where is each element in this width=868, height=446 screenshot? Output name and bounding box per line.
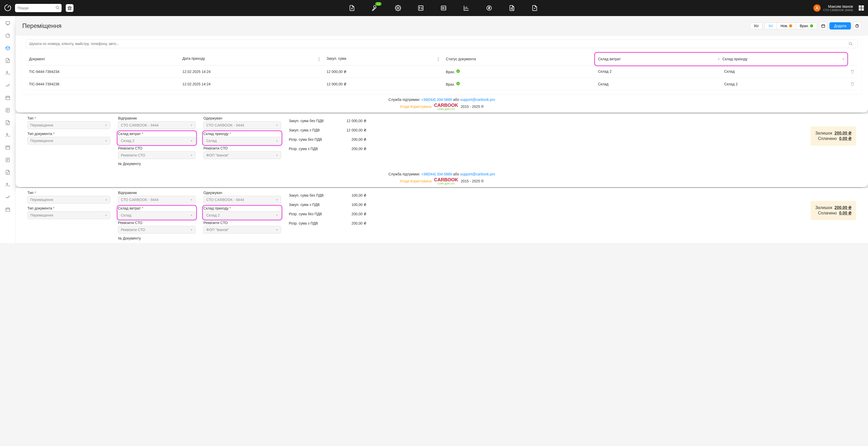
sidebar-calendar2-icon[interactable] [5,145,10,150]
sidebar-calendar-icon[interactable] [5,95,10,100]
table-row[interactable]: TIC-9444-7394234 12.02.2025 14:24 12 000… [26,65,858,78]
sidebar-report2-icon[interactable] [5,157,10,162]
sidebar-gauge-icon[interactable] [5,33,10,38]
wareout-select[interactable]: Склад▼ [118,211,196,219]
sidebar-invoice2-icon[interactable] [5,120,10,125]
balance-box: Залишок 200,00 ₴ Сплачено 0,00 ₴ [810,201,856,220]
gear-icon[interactable] [395,5,401,11]
chevron-down-icon: ▼ [190,228,193,231]
type-select[interactable]: Переміщення▼ [27,196,110,203]
cell-status: Врах. [443,65,595,78]
chevron-down-icon: ▼ [190,214,193,217]
sliders-icon[interactable] [418,5,424,11]
add-button[interactable]: Додати [830,22,851,30]
client-icon[interactable] [440,5,447,11]
chevron-down-icon: ▼ [276,124,278,127]
money-icon[interactable] [486,5,492,11]
support-email[interactable]: support@carbook.pro [460,98,495,102]
warein-value: Склад [206,139,217,143]
global-search[interactable] [15,4,62,12]
chevron-down-icon: ▼ [105,214,107,217]
table-search-input[interactable] [26,39,848,48]
sidebar-people3-icon[interactable] [5,182,10,187]
warein-label: Склад приходу [204,206,228,210]
agreement-link[interactable]: Угода Користувача [400,104,431,109]
sender-select[interactable]: СТО CARBOOK - 9444▼ [118,196,196,203]
doc-search-icon[interactable] [509,5,515,11]
wareout-value: Склад 2 [121,139,134,143]
filter-all2-button[interactable]: Усі [765,23,777,29]
wareout-select[interactable]: Склад 2▼ [118,137,196,145]
support-phone[interactable]: +38(044) 334-5889 [421,98,452,102]
sidebar [0,16,16,243]
support-email[interactable]: support@carbook.pro [460,172,495,176]
help-button[interactable] [853,22,861,30]
support-phone[interactable]: +38(044) 334-5889 [421,172,452,176]
sidebar-trend-icon[interactable] [5,83,10,88]
svg-rect-18 [822,25,825,27]
svg-point-10 [6,71,8,73]
receiver-select[interactable]: СТО CARBOOK - 9444▼ [204,196,281,203]
col-status[interactable]: Статус документа [443,53,595,65]
filter-icon[interactable]: ▾ [842,57,844,61]
support-label: Служба підтримки: [389,98,421,102]
search-input[interactable] [15,4,62,12]
calendar-button[interactable] [819,22,827,30]
search-icon [55,5,60,9]
sidebar-monitor-icon[interactable] [5,21,10,26]
req2-select[interactable]: ФОП "Іванов"▼ [204,226,281,233]
col-doc-text: Документ [29,57,45,61]
sidebar-people2-icon[interactable] [5,132,10,138]
sidebar-trend2-icon[interactable] [5,195,10,200]
doctype-select[interactable]: Переміщення▼ [27,211,110,219]
type-label: Тип [27,191,33,195]
sidebar-report-icon[interactable] [5,107,10,113]
warein-select[interactable]: Склад▼ [204,137,281,145]
sidebar-calendar3-icon[interactable] [5,207,10,212]
chart-icon[interactable] [463,5,469,11]
check-icon [456,82,460,86]
sidebar-invoice3-icon[interactable] [5,170,10,175]
req-select[interactable]: Реквізити СТО▼ [118,151,196,159]
receiver-select[interactable]: СТО CARBOOK - 9444▼ [204,121,281,129]
chevron-down-icon: ▼ [276,198,278,201]
sidebar-invoice-icon[interactable] [5,58,10,63]
req2-select[interactable]: ФОП "Іванов"▼ [204,151,281,159]
logo-gauge-icon[interactable] [4,4,12,12]
sum4-label: Розр. сума з ПДВ [289,147,318,151]
apps-icon[interactable] [859,5,864,10]
col-doc[interactable]: Документ [26,53,179,65]
warein-select[interactable]: Склад 2▼ [204,211,281,219]
table-row[interactable]: TIC-9444-7394236 12.02.2025 14:24 12 000… [26,78,858,90]
doctype-select[interactable]: Переміщення▼ [27,137,110,145]
type-select[interactable]: Переміщення▼ [27,121,110,129]
user-area[interactable]: Максим Іванов СТО CARBOOK (9444) [813,4,864,12]
sidebar-box-icon[interactable] [5,45,10,51]
trash-icon[interactable] [850,70,855,74]
filter-icon[interactable]: ▾ [718,57,720,61]
cell-wareout: Склад 2 [595,65,721,78]
trash-icon[interactable] [850,82,855,86]
sender-select[interactable]: СТО CARBOOK - 9444▼ [118,121,196,129]
filter-all-button[interactable]: Усі [750,23,763,29]
table-search-button[interactable] [848,39,858,48]
sort-icon: ▲▼ [318,56,320,62]
col-date[interactable]: Дата приходу▲▼ [179,53,323,65]
cell-delete[interactable] [847,78,858,90]
doc-minus-icon[interactable] [532,5,538,11]
col-sum[interactable]: Закуп. сума▲▼ [323,53,443,65]
req2-label: Реквізити СТО [204,221,281,225]
key-icon[interactable]: 11 [372,5,378,11]
filter-taken-button[interactable]: Врах. [796,23,817,29]
sum1-label: Закуп. сума без ПДВ [289,119,324,123]
new-doc-icon[interactable] [349,5,355,11]
bank-button[interactable] [66,4,73,12]
cell-delete[interactable] [847,65,858,78]
footer-2: Служба підтримки: +38(044) 334-5889 або … [16,168,868,187]
sum4-label: Розр. сума з ПДВ [289,221,318,225]
req-select[interactable]: Реквізити СТО▼ [118,226,196,233]
svg-point-0 [56,6,59,8]
sidebar-people-icon[interactable] [5,70,10,75]
filter-new-button[interactable]: Нов. [777,23,796,29]
agreement-link[interactable]: Угода Користувача [400,179,431,183]
